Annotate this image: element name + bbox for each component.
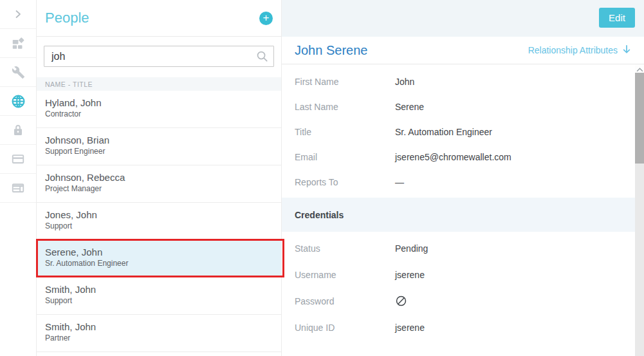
field-value: John <box>395 77 414 87</box>
chevron-right-icon <box>13 9 23 19</box>
person-title: Sr. Automation Engineer <box>45 258 273 268</box>
search-area <box>37 37 281 77</box>
field-row: First Name John <box>282 69 644 94</box>
credit-card-icon <box>11 152 25 166</box>
credential-fields: Status Pending Username jserene Password… <box>282 232 644 341</box>
detail-scrollbar[interactable] <box>635 64 644 356</box>
person-fields: First Name John Last Name Serene Title S… <box>282 64 644 194</box>
detail-body: First Name John Last Name Serene Title S… <box>282 64 644 341</box>
person-name: Jones, John <box>45 209 273 221</box>
field-value: jserene <box>395 270 425 280</box>
sidebar-item-tools[interactable] <box>0 58 36 87</box>
field-label: Last Name <box>295 102 395 112</box>
field-label: Unique ID <box>295 323 395 333</box>
relationship-attributes-link[interactable]: Relationship Attributes <box>528 44 631 56</box>
field-row: Reports To — <box>282 169 644 194</box>
field-label: First Name <box>295 77 395 87</box>
search-icon <box>256 50 268 65</box>
field-value: jserene <box>395 323 425 333</box>
person-list-item[interactable]: Smith, John Partner <box>37 315 281 352</box>
globe-icon <box>11 94 26 109</box>
slashed-circle-icon <box>395 295 407 307</box>
field-label: Reports To <box>295 177 395 187</box>
person-name: Serene, John <box>45 246 273 258</box>
field-value: jserene5@chromewallet.com <box>395 152 511 162</box>
person-title: Support <box>45 221 273 231</box>
person-title: Support <box>45 295 273 306</box>
field-row: Status Pending <box>282 235 644 261</box>
person-name: Smith, John <box>45 283 273 295</box>
detail-panel: Edit John Serene Relationship Attributes… <box>281 0 644 356</box>
page-title: People <box>45 10 89 26</box>
people-header: People + <box>37 0 281 37</box>
sidebar-item-people[interactable] <box>0 87 36 116</box>
credentials-section-header: Credentials <box>282 198 635 232</box>
detail-toolbar: Edit <box>282 0 644 37</box>
field-row: Last Name Serene <box>282 94 644 119</box>
field-label: Email <box>295 152 395 162</box>
search-input[interactable] <box>44 46 274 67</box>
wrench-icon <box>12 66 25 79</box>
person-name: Smith, John <box>45 321 273 333</box>
field-value: — <box>395 177 404 187</box>
person-title: Partner <box>45 333 273 343</box>
field-value: Sr. Automation Engineer <box>395 127 492 137</box>
field-label: Username <box>295 270 395 280</box>
field-label: Status <box>295 243 395 254</box>
people-panel: People + NAME - TITLE Hyland, John Contr… <box>37 0 281 356</box>
person-name: Johnson, Brian <box>45 134 273 146</box>
lock-icon <box>12 124 24 136</box>
person-list-item[interactable]: Johnson, Rebecca Project Manager <box>37 165 281 203</box>
detail-header: John Serene Relationship Attributes <box>282 37 644 64</box>
plus-icon: + <box>263 12 270 23</box>
table-layout-icon <box>11 181 25 195</box>
add-person-button[interactable]: + <box>259 12 273 25</box>
field-label: Password <box>295 296 395 306</box>
person-title: Support Engineer <box>45 146 273 156</box>
field-row: Title Sr. Automation Engineer <box>282 119 644 144</box>
sidebar-item-layout[interactable] <box>0 174 36 203</box>
edit-button[interactable]: Edit <box>599 8 635 28</box>
dashboard-icon <box>11 36 25 50</box>
field-value <box>395 295 407 307</box>
scroll-up-button[interactable] <box>635 64 644 73</box>
field-label: Title <box>295 127 395 137</box>
sidebar-item-security[interactable] <box>0 116 36 145</box>
sidebar <box>0 0 37 356</box>
field-row: Unique ID jserene <box>282 314 644 341</box>
person-list-item[interactable]: Jones, John Support <box>37 203 281 240</box>
relationship-attributes-label: Relationship Attributes <box>528 45 618 55</box>
sidebar-item-dashboard[interactable] <box>0 29 36 58</box>
person-list-item[interactable]: Johnson, Brian Support Engineer <box>37 128 281 165</box>
field-value: Pending <box>395 243 428 254</box>
person-list-item[interactable]: Smith, John Support <box>37 277 281 315</box>
down-arrow-icon <box>622 44 631 56</box>
person-name: Johnson, Rebecca <box>45 171 273 183</box>
person-name-heading: John Serene <box>295 43 367 58</box>
person-title: Project Manager <box>45 183 273 194</box>
person-name: Hyland, John <box>45 97 273 109</box>
sidebar-item-collapse[interactable] <box>0 0 36 29</box>
field-value: Serene <box>395 102 424 112</box>
app-window: People + NAME - TITLE Hyland, John Contr… <box>0 0 644 356</box>
scrollbar-thumb[interactable] <box>635 73 644 164</box>
field-row: Username jserene <box>282 261 644 288</box>
person-list-item[interactable]: Hyland, John Contractor <box>37 91 281 128</box>
people-list: Hyland, John Contractor Johnson, Brian S… <box>37 91 281 352</box>
person-list-item[interactable]: Serene, John Sr. Automation Engineer <box>37 240 281 277</box>
field-row: Email jserene5@chromewallet.com <box>282 144 644 169</box>
field-row: Password <box>282 288 644 314</box>
sidebar-item-billing[interactable] <box>0 145 36 174</box>
list-column-header: NAME - TITLE <box>37 77 281 91</box>
person-title: Contractor <box>45 109 273 119</box>
